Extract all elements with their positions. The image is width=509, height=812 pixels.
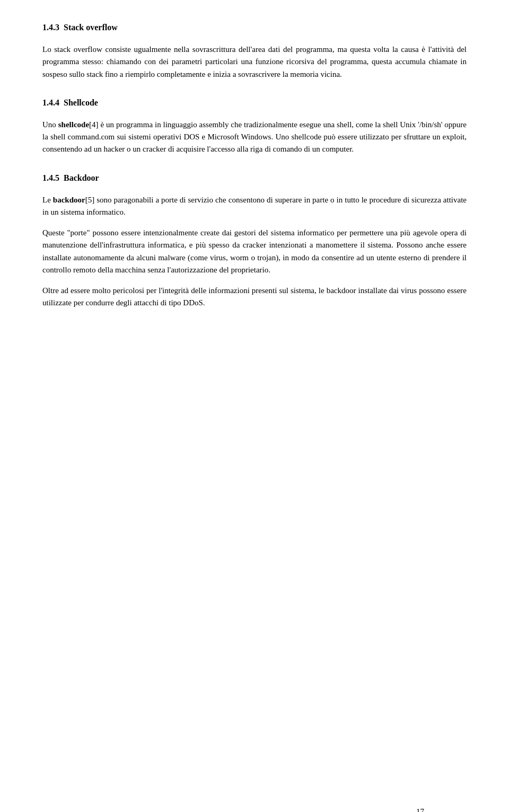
heading-1-4-4: 1.4.4 Shellcode xyxy=(42,96,467,109)
heading-title-1-4-4: Shellcode xyxy=(64,98,98,107)
section-1-4-5: 1.4.5 Backdoor Le backdoor[5] sono parag… xyxy=(42,172,467,310)
paragraph-1-4-5-2: Queste "porte" possono essere intenziona… xyxy=(42,227,467,276)
heading-1-4-5: 1.4.5 Backdoor xyxy=(42,172,467,184)
backdoor-bold: backdoor xyxy=(53,196,85,204)
section-1-4-4: 1.4.4 Shellcode Uno shellcode[4] è un pr… xyxy=(42,96,467,156)
section-1-4-3: 1.4.3 Stack overflow Lo stack overflow c… xyxy=(42,21,467,81)
heading-number-1-4-3: 1.4.3 xyxy=(42,23,59,32)
heading-number-1-4-4: 1.4.4 xyxy=(42,98,59,107)
shellcode-bold: shellcode xyxy=(58,120,89,129)
heading-1-4-3: 1.4.3 Stack overflow xyxy=(42,21,467,34)
heading-title-1-4-3: Stack overflow xyxy=(64,23,118,32)
heading-number-1-4-5: 1.4.5 xyxy=(42,173,59,182)
paragraph-1-4-5-3: Oltre ad essere molto pericolosi per l'i… xyxy=(42,285,467,310)
paragraph-1-4-3-1: Lo stack overflow consiste ugualmente ne… xyxy=(42,43,467,81)
paragraph-1-4-4-1: Uno shellcode[4] è un programma in lingu… xyxy=(42,119,467,156)
paragraph-1-4-5-1: Le backdoor[5] sono paragonabili a porte… xyxy=(42,194,467,219)
heading-title-1-4-5: Backdoor xyxy=(64,173,99,182)
page-number: 17 xyxy=(416,806,424,813)
page-wrapper: 1.4.3 Stack overflow Lo stack overflow c… xyxy=(42,21,467,812)
